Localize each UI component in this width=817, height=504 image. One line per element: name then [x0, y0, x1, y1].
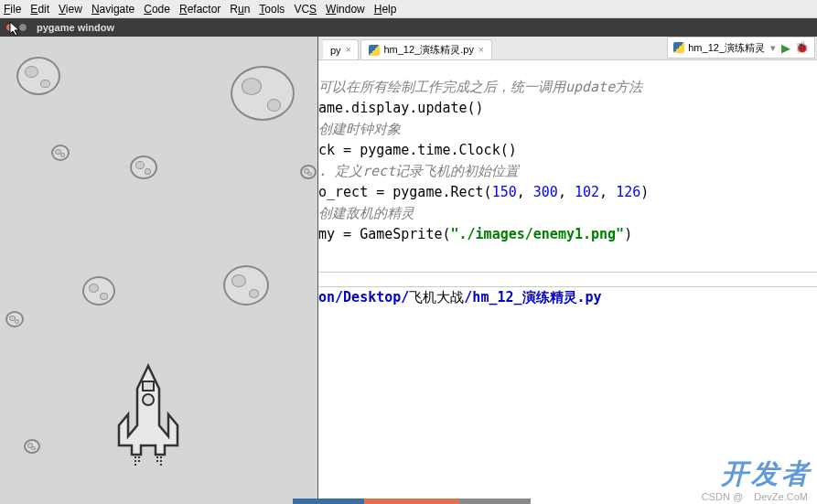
window-titlebar: pygame window	[0, 18, 817, 37]
menu-code[interactable]: Code	[144, 3, 170, 16]
run-icon[interactable]: ▶	[781, 41, 790, 55]
menu-edit[interactable]: Edit	[30, 3, 49, 16]
tab-partial[interactable]: py ×	[323, 39, 359, 59]
menu-tools[interactable]: Tools	[259, 3, 285, 16]
mouse-cursor-icon	[9, 21, 22, 38]
menu-vcs[interactable]: VCS	[294, 3, 317, 16]
code-editor[interactable]: 可以在所有绘制工作完成之后，统一调用update方法ame.display.up…	[318, 60, 817, 272]
python-icon	[673, 42, 684, 53]
menu-refactor[interactable]: Refactor	[179, 3, 220, 16]
svg-point-0	[143, 394, 154, 405]
taskbar-fragment	[293, 499, 531, 504]
menu-window[interactable]: Window	[326, 3, 365, 16]
python-icon	[369, 45, 380, 56]
close-icon[interactable]: ×	[478, 45, 484, 55]
run-config-name: hm_12_演练精灵	[688, 41, 765, 55]
player-ship-icon	[102, 361, 194, 471]
menu-navigate[interactable]: Navigate	[91, 3, 134, 16]
menu-bar: File Edit View Navigate Code Refactor Ru…	[0, 0, 817, 18]
tab-active[interactable]: hm_12_演练精灵.py ×	[360, 39, 491, 59]
debug-icon[interactable]: 🐞	[795, 41, 809, 54]
window-title: pygame window	[37, 22, 114, 33]
svg-rect-1	[143, 381, 154, 391]
menu-run[interactable]: Run	[230, 3, 250, 16]
ide-editor-pane: hm_12_演练精灵 ▾ ▶ 🐞 py × hm_12_演练精灵.py × 可以…	[318, 37, 817, 504]
menu-file[interactable]: File	[4, 3, 21, 16]
tab-label: hm_12_演练精灵.py	[383, 43, 473, 57]
menu-help[interactable]: Help	[374, 3, 397, 16]
console-path: on/Desktop/飞机大战/hm_12_演练精灵.py	[318, 286, 817, 310]
close-icon[interactable]: ×	[346, 45, 351, 55]
pygame-canvas	[0, 37, 318, 504]
menu-view[interactable]: View	[59, 3, 82, 16]
run-config-selector[interactable]: hm_12_演练精灵 ▾ ▶ 🐞	[667, 37, 815, 59]
